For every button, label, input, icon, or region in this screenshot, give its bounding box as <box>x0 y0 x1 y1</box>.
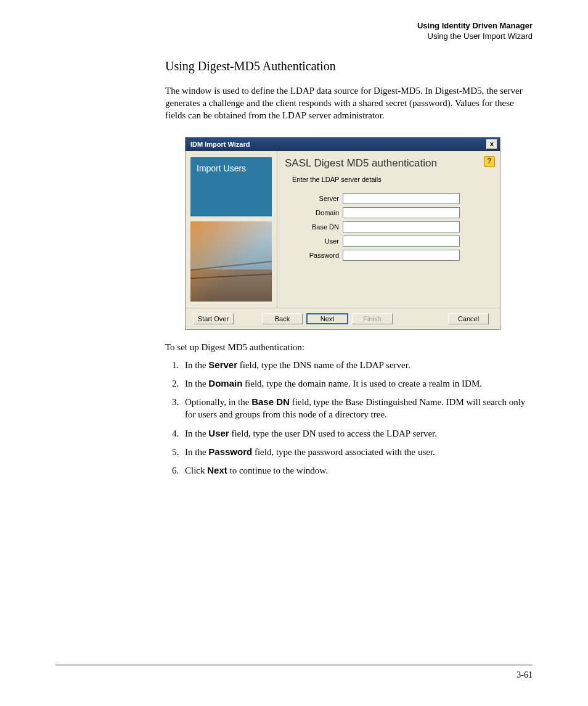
user-input[interactable] <box>343 236 460 247</box>
sidebar-image <box>190 221 272 302</box>
label-user: User <box>302 237 339 245</box>
row-password: Password <box>302 250 494 261</box>
help-icon[interactable]: ? <box>484 156 495 167</box>
cancel-button[interactable]: Cancel <box>448 313 489 324</box>
sidebar-label: Import Users <box>197 163 246 173</box>
wizard-titlebar: IDM Import Wizard x <box>186 138 500 151</box>
step-4: In the User field, type the user DN used… <box>181 427 533 440</box>
section-title: Using Digest-MD5 Authentication <box>165 59 533 73</box>
password-input[interactable] <box>343 250 460 261</box>
step-2: In the Domain field, type the domain nam… <box>181 377 533 390</box>
wizard-button-bar: Start Over Back Next Finish Cancel <box>186 308 500 329</box>
step-6: Click Next to continue to the window. <box>181 464 533 477</box>
step-3: Optionally, in the Base DN field, type t… <box>181 396 533 421</box>
sidebar-card: Import Users <box>190 157 272 216</box>
label-password: Password <box>302 252 339 259</box>
page-footer: 3-61 <box>55 665 533 680</box>
wizard-sidebar: Import Users <box>186 151 277 308</box>
page-number: 3-61 <box>55 670 533 680</box>
close-icon[interactable]: x <box>486 139 497 149</box>
label-server: Server <box>302 195 339 202</box>
wizard-title: IDM Import Wizard <box>190 141 250 148</box>
page-header: Using Identity Driven Manager Using the … <box>55 21 533 42</box>
header-title: Using Identity Driven Manager <box>55 21 533 31</box>
next-button[interactable]: Next <box>306 313 348 324</box>
steps-list: In the Server field, type the DNS name o… <box>165 359 533 477</box>
label-basedn: Base DN <box>302 223 339 231</box>
wizard-main-title: SASL Digest MD5 authentication <box>285 157 494 170</box>
basedn-input[interactable] <box>343 221 460 232</box>
header-subtitle: Using the User Import Wizard <box>55 31 533 42</box>
start-over-button[interactable]: Start Over <box>193 313 234 324</box>
back-button[interactable]: Back <box>262 313 303 324</box>
row-basedn: Base DN <box>302 221 494 232</box>
wizard-main: ? SASL Digest MD5 authentication Enter t… <box>277 151 500 308</box>
finish-button: Finish <box>352 313 393 324</box>
post-paragraph: To set up Digest MD5 authentication: <box>165 342 533 353</box>
row-user: User <box>302 236 494 247</box>
step-5: In the Password field, type the password… <box>181 446 533 458</box>
row-domain: Domain <box>302 207 494 218</box>
wizard-subtitle: Enter the LDAP server details <box>292 176 494 183</box>
wizard-window: IDM Import Wizard x Import Users ? SASL … <box>185 137 500 330</box>
step-1: In the Server field, type the DNS name o… <box>181 359 533 371</box>
server-input[interactable] <box>343 193 460 204</box>
row-server: Server <box>302 193 494 204</box>
intro-paragraph: The window is used to define the LDAP da… <box>165 84 533 122</box>
wizard-figure: IDM Import Wizard x Import Users ? SASL … <box>185 137 533 330</box>
label-domain: Domain <box>302 209 339 216</box>
domain-input[interactable] <box>343 207 460 218</box>
